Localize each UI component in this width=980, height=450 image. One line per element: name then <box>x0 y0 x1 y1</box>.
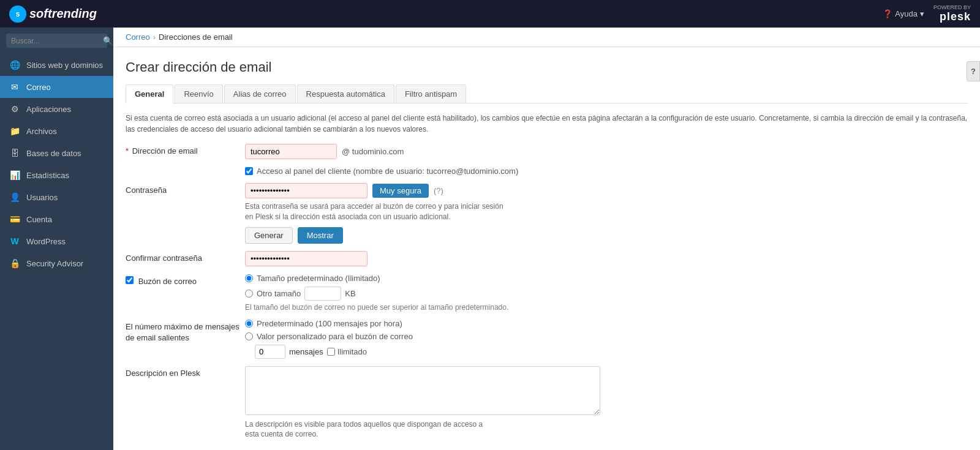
breadcrumb-current: Direcciones de email <box>159 32 233 42</box>
sidebar-item-cuenta[interactable]: 💳 Cuenta <box>0 208 113 230</box>
confirm-password-input[interactable] <box>245 251 368 266</box>
sidebar-item-aplicaciones[interactable]: ⚙ Aplicaciones <box>0 98 113 120</box>
confirm-password-label: Confirmar contraseña <box>126 251 245 263</box>
email-field: @ tudominio.com <box>245 144 968 159</box>
breadcrumb-correo[interactable]: Correo <box>126 32 150 42</box>
main-layout: 🔍 🌐 Sitios web y dominios ✉ Correo ⚙ Apl… <box>0 28 980 450</box>
mailbox-default-radio[interactable] <box>245 274 253 282</box>
question-icon: ❓ <box>883 9 892 18</box>
side-help-button[interactable]: ? <box>967 61 980 81</box>
apps-icon: ⚙ <box>9 104 20 114</box>
mailbox-checkbox[interactable] <box>126 276 134 284</box>
password-row: Contraseña Muy segura (?) Esta contraseñ… <box>126 183 968 244</box>
tab-reenvio[interactable]: Reenvío <box>175 84 222 103</box>
globe-icon: 🌐 <box>9 60 20 70</box>
user-icon: 👤 <box>9 192 20 202</box>
access-row: Acceso al panel del cliente (nombre de u… <box>245 167 968 176</box>
content: Correo › Direcciones de email Crear dire… <box>113 28 980 450</box>
plesk-logo: POWERED BY plesk <box>933 4 971 23</box>
logo: s softrending <box>9 6 97 23</box>
description-hint: La descripción es visible para todos aqu… <box>245 419 490 440</box>
top-right: ❓ Ayuda ▾ POWERED BY plesk <box>883 4 971 23</box>
access-checkbox[interactable] <box>245 167 253 175</box>
logo-icon: s <box>9 6 26 23</box>
page-title: Crear dirección de email <box>126 59 968 75</box>
tabs: General Reenvío Alias de correo Respuest… <box>126 84 968 103</box>
password-strength: Muy segura <box>372 184 429 198</box>
tab-respuesta[interactable]: Respuesta automática <box>297 84 394 103</box>
sidebar-item-sitios-web[interactable]: 🌐 Sitios web y dominios <box>0 54 113 76</box>
description-textarea[interactable] <box>245 366 600 415</box>
search-input[interactable] <box>11 37 103 45</box>
top-bar: s softrending ❓ Ayuda ▾ POWERED BY plesk <box>0 0 980 28</box>
sidebar-item-wordpress[interactable]: W WordPress <box>0 230 113 252</box>
search-wrap[interactable]: 🔍 <box>6 34 107 48</box>
sidebar-item-security-advisor[interactable]: 🔒 Security Advisor <box>0 252 113 274</box>
tab-filtro[interactable]: Filtro antispam <box>396 84 466 103</box>
email-row: * Dirección de email @ tudominio.com <box>126 144 968 159</box>
email-domain: @ tudominio.com <box>342 147 404 156</box>
sidebar-item-bases-datos[interactable]: 🗄 Bases de datos <box>0 142 113 164</box>
password-label: Contraseña <box>126 183 245 195</box>
mailbox-size-input[interactable] <box>304 287 341 301</box>
password-input[interactable] <box>245 183 368 198</box>
outgoing-default-radio[interactable] <box>245 320 253 328</box>
mailbox-hint: El tamaño del buzón de correo no puede s… <box>245 303 968 312</box>
password-hint: Esta contraseña se usará para acceder al… <box>245 201 508 222</box>
search-icon: 🔍 <box>103 36 113 45</box>
outgoing-messages-input[interactable] <box>255 345 285 359</box>
email-input[interactable] <box>245 144 337 159</box>
mail-icon: ✉ <box>9 82 20 92</box>
description-field-wrap: La descripción es visible para todos aqu… <box>245 366 968 440</box>
mailbox-label: Buzón de correo <box>126 274 245 286</box>
stats-icon: 📊 <box>9 170 20 180</box>
account-icon: 💳 <box>9 214 20 224</box>
outgoing-custom-radio[interactable] <box>245 332 253 340</box>
description-row: Descripción en Plesk La descripción es v… <box>126 366 968 440</box>
folder-icon: 📁 <box>9 126 20 136</box>
sidebar-item-correo[interactable]: ✉ Correo <box>0 76 113 98</box>
tab-general[interactable]: General <box>126 84 173 103</box>
database-icon: 🗄 <box>9 148 20 158</box>
sidebar: 🔍 🌐 Sitios web y dominios ✉ Correo ⚙ Apl… <box>0 28 113 450</box>
show-button[interactable]: Mostrar <box>298 227 343 244</box>
logo-text: softrending <box>29 7 97 21</box>
sidebar-item-archivos[interactable]: 📁 Archivos <box>0 120 113 142</box>
password-help-icon[interactable]: (?) <box>434 186 443 195</box>
email-label: * Dirección de email <box>126 144 245 156</box>
mailbox-other-radio[interactable] <box>245 290 253 298</box>
page-content: Crear dirección de email General Reenvío… <box>113 47 980 450</box>
search-box: 🔍 <box>0 28 113 54</box>
outgoing-unlimited-checkbox[interactable] <box>327 348 335 356</box>
access-label: Acceso al panel del cliente (nombre de u… <box>257 167 518 176</box>
mailbox-row: Buzón de correo Tamaño predeterminado (I… <box>126 274 968 312</box>
tab-alias[interactable]: Alias de correo <box>224 84 296 103</box>
shield-icon: 🔒 <box>9 258 20 268</box>
sidebar-item-estadisticas[interactable]: 📊 Estadísticas <box>0 164 113 186</box>
outgoing-field: Predeterminado (100 mensajes por hora) V… <box>245 319 968 359</box>
wordpress-icon: W <box>9 236 20 246</box>
sidebar-item-usuarios[interactable]: 👤 Usuarios <box>0 186 113 208</box>
breadcrumb: Correo › Direcciones de email <box>113 28 980 47</box>
outgoing-row: El número máximo de mensajes de email sa… <box>126 319 968 359</box>
mailbox-field: Tamaño predeterminado (Ilimitado) Otro t… <box>245 274 968 312</box>
password-field: Muy segura (?) Esta contraseña se usará … <box>245 183 968 244</box>
confirm-password-row: Confirmar contraseña <box>126 251 968 266</box>
help-link[interactable]: ❓ Ayuda ▾ <box>883 9 924 18</box>
outgoing-label: El número máximo de mensajes de email sa… <box>126 319 245 343</box>
generate-button[interactable]: Generar <box>245 227 293 244</box>
chevron-down-icon: ▾ <box>920 9 924 18</box>
info-text: Si esta cuenta de correo está asociada a… <box>126 113 968 135</box>
description-label: Descripción en Plesk <box>126 366 245 378</box>
